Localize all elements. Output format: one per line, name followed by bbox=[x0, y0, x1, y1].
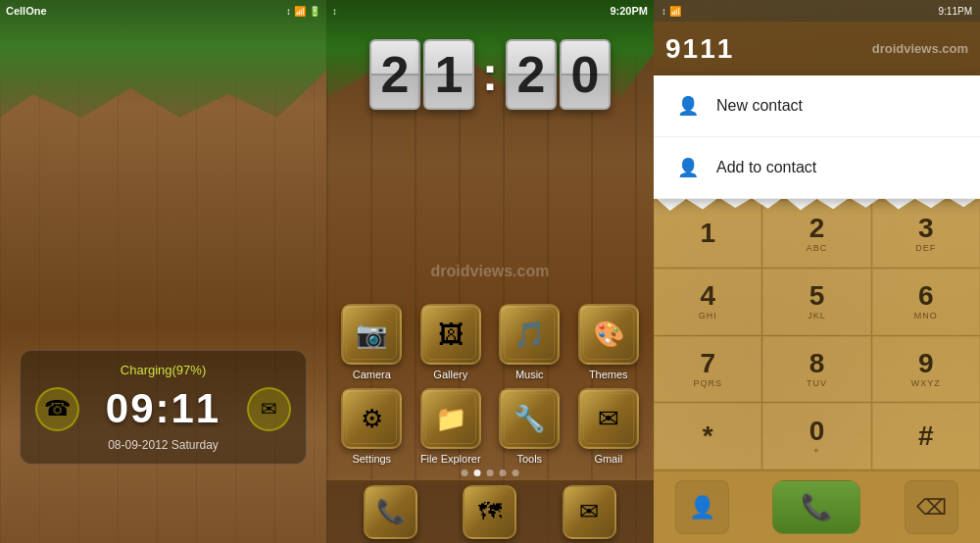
key-9[interactable]: 9 WXYZ bbox=[872, 336, 980, 403]
app-themes[interactable]: 🎨 Themes bbox=[573, 304, 645, 380]
key-0-letters: + bbox=[813, 446, 819, 456]
file-explorer-icon: 📁 bbox=[420, 388, 481, 449]
themes-label: Themes bbox=[589, 369, 628, 380]
lock-carrier: CellOne bbox=[6, 5, 47, 17]
delete-button[interactable]: ⌫ bbox=[905, 480, 958, 534]
add-to-contact-item[interactable]: 👤 Add to contact bbox=[654, 137, 980, 199]
key-9-letters: WXYZ bbox=[911, 378, 941, 388]
signal-icon: 📶 bbox=[294, 6, 306, 17]
home-watermark: droidviews.com bbox=[431, 263, 550, 280]
app-music[interactable]: 🎵 Music bbox=[494, 304, 565, 380]
key-2-number: 2 bbox=[809, 215, 825, 242]
key-4[interactable]: 4 GHI bbox=[654, 269, 761, 335]
call-button[interactable]: 📞 bbox=[772, 480, 860, 534]
key-8-number: 8 bbox=[809, 350, 825, 377]
key-6[interactable]: 6 MNO bbox=[872, 269, 980, 335]
app-gallery[interactable]: 🖼 Gallery bbox=[416, 304, 487, 380]
bottom-dock: 📞 🗺 ✉ bbox=[326, 479, 654, 543]
dialer-panel: ↕ 📶 9:11PM 9111 droidviews.com 👤 New con… bbox=[654, 0, 980, 543]
contacts-button[interactable]: 👤 bbox=[675, 480, 729, 534]
charging-text: Charging(97%) bbox=[35, 363, 291, 377]
key-0-number: 0 bbox=[809, 418, 825, 445]
key-9-number: 9 bbox=[918, 350, 934, 377]
app-tools[interactable]: 🔧 Tools bbox=[494, 388, 565, 465]
lock-status-icons: ↕ 📶 🔋 bbox=[286, 6, 320, 17]
key-7[interactable]: 7 PQRS bbox=[654, 336, 761, 403]
camera-label: Camera bbox=[353, 369, 391, 380]
dialer-status-time: 9:11PM bbox=[939, 6, 972, 17]
tools-label: Tools bbox=[516, 453, 542, 465]
keypad: 1 2 ABC 3 DEF 4 GHI 5 JKL 6 MNO 7 PQRS 8 bbox=[654, 201, 980, 469]
flip-colon: : bbox=[480, 39, 500, 110]
key-2[interactable]: 2 ABC bbox=[762, 201, 870, 268]
dialer-status-bar: ↕ 📶 9:11PM bbox=[654, 0, 980, 22]
flip-hour-2: 1 bbox=[423, 39, 474, 110]
key-6-number: 6 bbox=[918, 282, 934, 310]
dock-maps[interactable]: 🗺 bbox=[463, 485, 516, 539]
flip-minute-2: 0 bbox=[560, 39, 611, 110]
key-star[interactable]: * bbox=[654, 403, 761, 469]
flip-clock: 2 1 : 2 0 bbox=[369, 39, 611, 110]
key-hash-number: # bbox=[918, 422, 934, 450]
key-5-letters: JKL bbox=[808, 311, 826, 321]
dialer-watermark: droidviews.com bbox=[872, 41, 968, 56]
key-0[interactable]: 0 + bbox=[762, 403, 870, 469]
key-3-number: 3 bbox=[918, 215, 934, 242]
sync-icon: ↕ bbox=[286, 6, 291, 17]
app-gmail[interactable]: ✉ Gmail bbox=[573, 388, 645, 465]
key-7-letters: PQRS bbox=[693, 378, 722, 388]
settings-label: Settings bbox=[352, 453, 391, 465]
page-dots bbox=[462, 469, 519, 476]
gmail-label: Gmail bbox=[594, 453, 622, 465]
app-camera[interactable]: 📷 Camera bbox=[336, 304, 408, 380]
dot-2[interactable] bbox=[474, 469, 481, 476]
lock-mail-icon[interactable]: ✉ bbox=[247, 387, 291, 431]
dialer-bottom-bar: 👤 📞 ⌫ bbox=[654, 469, 980, 543]
key-7-number: 7 bbox=[700, 350, 715, 377]
home-status-bar: ↕ 9:20PM bbox=[326, 0, 654, 22]
key-1-number: 1 bbox=[700, 220, 715, 247]
themes-icon: 🎨 bbox=[578, 304, 639, 365]
dropdown-menu: 👤 New contact 👤 Add to contact bbox=[654, 75, 980, 199]
app-file-explorer[interactable]: 📁 File Explorer bbox=[416, 388, 487, 465]
add-contact-icon: 👤 bbox=[673, 153, 703, 182]
new-contact-item[interactable]: 👤 New contact bbox=[654, 75, 980, 137]
dot-5[interactable] bbox=[513, 469, 519, 476]
dialer-number[interactable]: 9111 bbox=[665, 33, 864, 65]
key-6-letters: MNO bbox=[914, 311, 938, 321]
home-screen-panel: ↕ 9:20PM 2 1 : 2 0 droidviews.com 📷 Came… bbox=[326, 0, 654, 543]
dot-4[interactable] bbox=[500, 469, 507, 476]
gallery-icon: 🖼 bbox=[420, 304, 481, 365]
camera-icon: 📷 bbox=[341, 304, 402, 365]
new-contact-label: New contact bbox=[716, 97, 803, 115]
gmail-icon: ✉ bbox=[578, 388, 639, 449]
key-star-number: * bbox=[703, 422, 713, 450]
dock-phone[interactable]: 📞 bbox=[364, 485, 417, 539]
settings-icon: ⚙ bbox=[341, 388, 402, 449]
dock-mail[interactable]: ✉ bbox=[563, 485, 616, 539]
dialer-number-bar: 9111 droidviews.com bbox=[654, 22, 980, 75]
lock-time-display: 09:11 bbox=[106, 385, 220, 432]
key-5[interactable]: 5 JKL bbox=[762, 269, 870, 335]
music-label: Music bbox=[515, 369, 544, 380]
flip-minute-1: 2 bbox=[506, 39, 557, 110]
key-5-number: 5 bbox=[809, 282, 825, 310]
key-hash[interactable]: # bbox=[872, 403, 980, 469]
lock-time-row: ☎ 09:11 ✉ bbox=[35, 385, 291, 432]
lock-widget: Charging(97%) ☎ 09:11 ✉ 08-09-2012 Satur… bbox=[20, 350, 307, 465]
phone-icon: ☎ bbox=[44, 396, 71, 421]
key-8[interactable]: 8 TUV bbox=[762, 336, 870, 403]
lock-status-bar: CellOne ↕ 📶 🔋 bbox=[0, 0, 326, 22]
key-3[interactable]: 3 DEF bbox=[872, 201, 980, 268]
tools-icon: 🔧 bbox=[499, 388, 560, 449]
app-settings[interactable]: ⚙ Settings bbox=[336, 388, 408, 465]
lock-phone-icon[interactable]: ☎ bbox=[35, 387, 79, 431]
key-1[interactable]: 1 bbox=[654, 201, 761, 268]
flip-hours: 2 1 bbox=[369, 39, 474, 110]
dot-3[interactable] bbox=[487, 469, 494, 476]
key-3-letters: DEF bbox=[915, 243, 936, 253]
lock-screen-panel: CellOne ↕ 📶 🔋 Charging(97%) ☎ 09:11 ✉ 08… bbox=[0, 0, 326, 543]
file-explorer-label: File Explorer bbox=[420, 453, 481, 465]
key-4-letters: GHI bbox=[699, 311, 717, 321]
dot-1[interactable] bbox=[462, 469, 468, 476]
